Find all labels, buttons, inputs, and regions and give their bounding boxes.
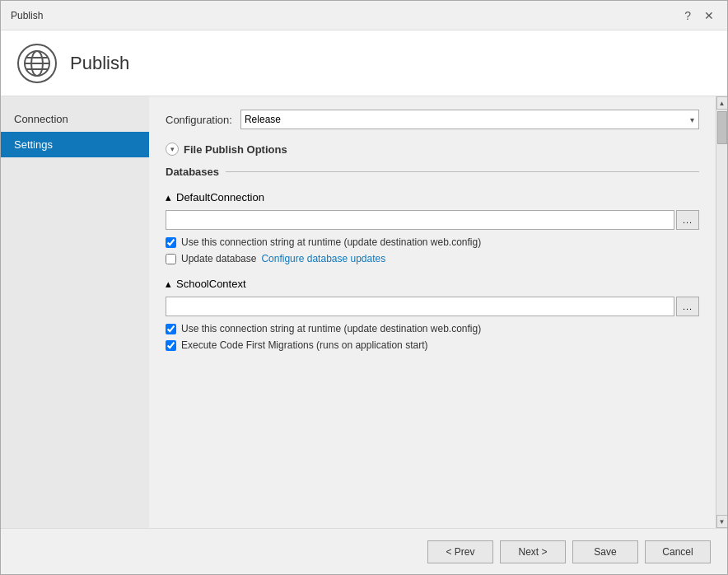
main-scroll-area: Configuration: Release Debug ▾ <box>149 96 716 528</box>
help-button[interactable]: ? <box>681 7 694 24</box>
school-context-title: SchoolContext <box>176 278 246 290</box>
school-context-input[interactable] <box>166 297 674 316</box>
sidebar: Connection Settings <box>1 96 149 528</box>
dc-update-checkbox[interactable] <box>166 254 176 264</box>
publish-dialog: Publish ? ✕ Publish Connection Settin <box>0 0 728 575</box>
sc-codefirst-checkbox[interactable] <box>166 340 176 351</box>
school-context-toggle[interactable]: ▴ <box>166 278 171 290</box>
scrollbar: ▲ ▼ <box>716 96 727 528</box>
sc-runtime-label: Use this connection string at runtime (u… <box>181 323 481 334</box>
configure-database-link[interactable]: Configure database updates <box>261 253 385 264</box>
school-context-section: ▴ SchoolContext ... Use this connection … <box>166 278 699 351</box>
default-connection-title: DefaultConnection <box>176 191 264 203</box>
default-connection-input-row: ... <box>166 210 699 230</box>
dc-runtime-row: Use this connection string at runtime (u… <box>166 236 699 248</box>
school-context-header[interactable]: ▴ SchoolContext <box>166 278 699 290</box>
header-title: Publish <box>70 53 129 74</box>
dc-runtime-checkbox[interactable] <box>166 237 176 248</box>
school-context-input-row: ... <box>166 297 699 316</box>
config-label: Configuration: <box>166 114 232 126</box>
cancel-button[interactable]: Cancel <box>645 540 711 563</box>
dc-update-row: Update database Configure database updat… <box>166 253 699 264</box>
next-button[interactable]: Next > <box>500 540 566 563</box>
sidebar-item-connection[interactable]: Connection <box>1 106 149 132</box>
scrollbar-up-arrow[interactable]: ▲ <box>716 96 728 110</box>
dialog-header: Publish <box>1 30 727 96</box>
default-connection-toggle[interactable]: ▴ <box>166 191 171 203</box>
title-bar: Publish ? ✕ <box>1 1 727 30</box>
sc-codefirst-row: Execute Code First Migrations (runs on a… <box>166 339 699 351</box>
school-context-browse-button[interactable]: ... <box>676 297 699 316</box>
globe-icon <box>17 44 57 83</box>
file-publish-toggle[interactable]: ▾ <box>166 143 179 156</box>
config-row: Configuration: Release Debug <box>166 110 699 129</box>
databases-label: Databases <box>166 166 219 178</box>
prev-button[interactable]: < Prev <box>427 540 493 563</box>
dialog-title: Publish <box>11 10 43 21</box>
title-bar-controls: ? ✕ <box>681 7 717 24</box>
config-select[interactable]: Release Debug <box>240 110 699 129</box>
sc-runtime-row: Use this connection string at runtime (u… <box>166 323 699 334</box>
sidebar-item-settings[interactable]: Settings <box>1 132 149 157</box>
sc-codefirst-label: Execute Code First Migrations (runs on a… <box>181 339 427 351</box>
footer: < Prev Next > Save Cancel <box>1 528 727 574</box>
scrollbar-down-arrow[interactable]: ▼ <box>716 515 728 528</box>
default-connection-header[interactable]: ▴ DefaultConnection <box>166 191 699 203</box>
default-connection-input[interactable] <box>166 210 674 230</box>
content-area: Connection Settings Configuration: Relea… <box>1 96 727 528</box>
close-button[interactable]: ✕ <box>701 7 717 24</box>
file-publish-title: File Publish Options <box>184 143 287 156</box>
dc-update-label: Update database <box>181 253 256 264</box>
file-publish-section-header[interactable]: ▾ File Publish Options <box>166 143 699 156</box>
sc-runtime-checkbox[interactable] <box>166 324 176 334</box>
default-connection-browse-button[interactable]: ... <box>676 210 699 230</box>
save-button[interactable]: Save <box>572 540 638 563</box>
main-content: Configuration: Release Debug ▾ <box>149 96 727 528</box>
default-connection-section: ▴ DefaultConnection ... Use this connect… <box>166 191 699 264</box>
databases-section: Databases <box>166 166 699 178</box>
config-select-wrapper: Release Debug <box>240 110 699 129</box>
dc-runtime-label: Use this connection string at runtime (u… <box>181 236 481 248</box>
scrollbar-thumb[interactable] <box>717 111 727 144</box>
divider-line <box>226 171 699 172</box>
